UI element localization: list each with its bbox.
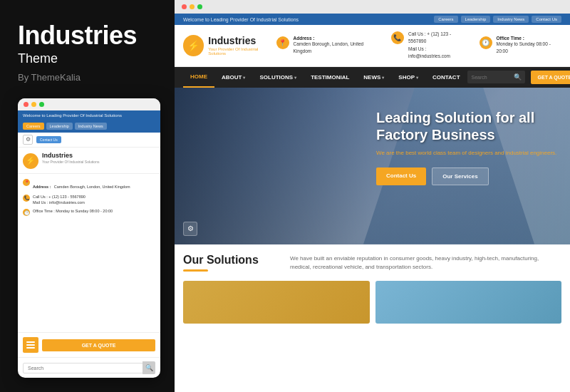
location-icon: 📍 [23,179,30,186]
mail-value: Mail Us : info@industries.com [33,200,86,205]
nav-home[interactable]: HOME [183,67,214,88]
desktop-nav: HOME ABOUT ▾ SOLUTIONS ▾ TESTIMONIAL NEW… [175,67,570,88]
browser-dot-green [197,4,202,9]
mobile-cta-button[interactable]: GET A QUOTE [42,339,155,351]
call-number: + (12) 123 - 5567890 [48,195,86,199]
desktop-office-text: Office Time : Monday to Sunday 08:00 - 2… [497,36,561,56]
desktop-phone-icon: 📞 [391,31,404,44]
mobile-office-row: 🕐 Office Time : Monday to Sunday 08:00 -… [23,208,155,216]
left-panel: Industries Theme By ThemeKalia Welcome t… [0,0,175,392]
hero-title: Leading Solution for all Factory Busines… [376,109,561,143]
mobile-address-text: Address : Camden Borough, London, United… [33,178,130,191]
hero-gear-icon[interactable]: ⚙ [183,222,197,236]
solutions-title: Our Solutions [183,254,276,266]
mobile-call-text: Call Us : + (12) 123 - 5567890 Mail Us :… [33,194,86,206]
desktop-clock-icon: 🕐 [480,36,492,49]
topbar-contact[interactable]: Contact Us [532,16,561,23]
desktop-mail-value: info@industries.com [408,53,450,58]
mobile-search-bar: 🔍 [18,357,160,378]
desktop-office-label: Office Time : [497,36,561,41]
call-value: Call Us : + (12) 123 - 5567890 [33,194,86,200]
desktop-logo-name: Industries [208,35,275,47]
topbar-careers[interactable]: Careers [434,16,457,23]
address-value: Camden Borough, London, United Kingdom [54,185,130,189]
mobile-gear-bar: ⚙ Contact Us [18,133,160,148]
phone-icon: 📞 [23,195,30,202]
desktop-nav-right: 🔍 GET A QUOTE [467,71,570,84]
desktop-address-value: Camden Borough, London, United Kingdom [294,41,380,56]
solutions-images [183,281,561,324]
desktop-header-info: 📍 Address : Camden Borough, London, Unit… [276,31,561,61]
desktop-solutions: Our Solutions We have built an enviable … [175,244,570,392]
nav-solutions[interactable]: SOLUTIONS ▾ [252,68,304,87]
menu-line-1 [26,341,35,343]
desktop-call-row: Call Us : + (12) 123 - 5567890 [408,31,469,46]
hero-services-button[interactable]: Our Services [432,167,488,185]
desktop-topbar-text: Welcome to Leading Provider Of Industria… [183,17,299,22]
mobile-browser-chrome [18,98,160,110]
mobile-logo-sub: Your Provider Of Industrial Solutions [42,160,99,164]
office-hours: Monday to Sunday 08:00 - 20:00 [56,209,113,213]
desktop-logo-wrap: ⚡ Industries Your Provider Of Industrial… [183,35,276,56]
mobile-search-input[interactable] [23,363,143,373]
desktop-search-wrap: 🔍 [467,71,525,83]
desktop-hero: Leading Solution for all Factory Busines… [175,88,570,244]
desktop-quote-button[interactable]: GET A QUOTE [531,71,570,84]
desktop-location-icon: 📍 [276,36,289,49]
mobile-info-section: 📍 Address : Camden Borough, London, Unit… [18,174,160,221]
hero-contact-button[interactable]: Contact Us [376,167,426,185]
nav-about[interactable]: ABOUT ▾ [214,68,252,87]
mobile-logo-text-wrap: Industries Your Provider Of Industrial S… [42,152,99,165]
nav-news[interactable]: NEWS ▾ [356,68,391,87]
desktop-topbar: Welcome to Leading Provider Of Industria… [175,14,570,25]
nav-contact[interactable]: CONTACT [425,68,467,87]
desktop-mail-label: Mail Us : [408,46,426,51]
mobile-pill-leadership[interactable]: Leadership [46,123,73,130]
mobile-pill-careers[interactable]: Careers [23,123,44,130]
mobile-nav-pills: Careers Leadership Industry News [18,120,160,133]
desktop-address-text: Address : Camden Borough, London, United… [294,36,380,56]
page-container: Industries Theme By ThemeKalia Welcome t… [0,0,570,392]
mobile-pill-industry-news[interactable]: Industry News [75,123,107,130]
hero-content: Leading Solution for all Factory Busines… [376,109,561,185]
hero-buttons: Contact Us Our Services [376,167,561,185]
desktop-topbar-links: Careers Leadership Industry News Contact… [434,16,561,23]
browser-dot-yellow [190,4,195,9]
mobile-topbar: Welcome to Leading Provider Of Industria… [18,110,160,120]
solutions-title-wrap: Our Solutions [183,254,276,272]
menu-line-2 [26,344,35,346]
solutions-image-1 [183,281,370,324]
mobile-address-row: 📍 Address : Camden Borough, London, Unit… [23,178,155,191]
hero-description: We are the best world class team of desi… [376,149,561,158]
mobile-contact-pill[interactable]: Contact Us [36,136,61,143]
desktop-address-label: Address : [294,36,380,41]
nav-shop[interactable]: SHOP ▾ [391,68,425,87]
call-label: Call Us : [33,195,48,199]
desktop-office-item: 🕐 Office Time : Monday to Sunday 08:00 -… [479,36,561,56]
theme-by: By ThemeKalia [18,72,157,83]
solutions-chevron-icon: ▾ [294,75,296,80]
desktop-call-label: Call Us : [408,31,426,36]
browser-dots [182,4,202,9]
shop-chevron-icon: ▾ [416,75,418,80]
desktop-search-input[interactable] [467,72,510,83]
mobile-call-row: 📞 Call Us : + (12) 123 - 5567890 Mail Us… [23,194,155,206]
menu-line-3 [26,347,35,349]
gear-icon[interactable]: ⚙ [23,135,33,145]
office-value: Office Time : Monday to Sunday 08:00 - 2… [33,208,113,214]
solutions-image-2 [375,281,562,324]
dot-yellow [31,102,36,107]
desktop-search-button[interactable]: 🔍 [510,71,525,83]
topbar-leadership[interactable]: Leadership [461,16,491,23]
desktop-mail-row: Mail Us : info@industries.com [408,46,469,61]
solutions-underline [183,269,208,272]
theme-title: Industries [18,21,157,50]
mobile-preview: Welcome to Leading Provider Of Industria… [18,98,160,378]
mobile-search-button[interactable]: 🔍 [142,361,155,374]
office-label: Office Time : [33,209,55,213]
nav-testimonial[interactable]: TESTIMONIAL [304,68,356,87]
desktop-address-item: 📍 Address : Camden Borough, London, Unit… [276,36,380,56]
topbar-industry-news[interactable]: Industry News [493,16,529,23]
hamburger-icon[interactable] [23,337,38,353]
dot-green [39,102,44,107]
